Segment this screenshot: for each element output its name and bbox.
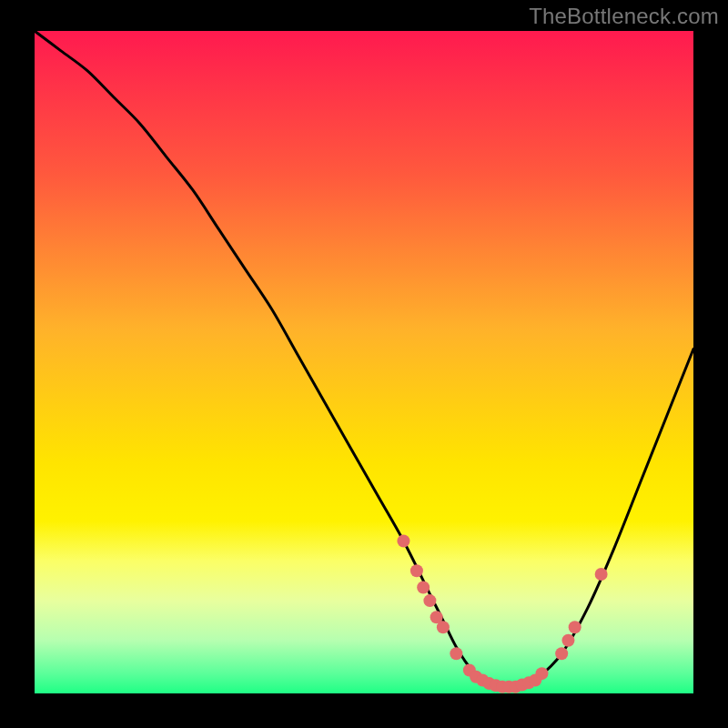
curve-dot [561, 634, 574, 647]
chart-frame: TheBottleneck.com [0, 0, 728, 728]
curve-dot [417, 581, 430, 594]
curve-dot [397, 535, 410, 548]
watermark-text: TheBottleneck.com [529, 4, 719, 29]
curve-dot [569, 621, 581, 633]
curve-dot [535, 667, 548, 680]
curve-dot [555, 647, 568, 660]
curve-dot [410, 564, 423, 577]
curve-dot [450, 647, 462, 660]
curve-dot [437, 621, 450, 633]
curve-dot [595, 568, 608, 581]
curve-dot [423, 594, 436, 607]
bottleneck-chart [0, 0, 728, 728]
